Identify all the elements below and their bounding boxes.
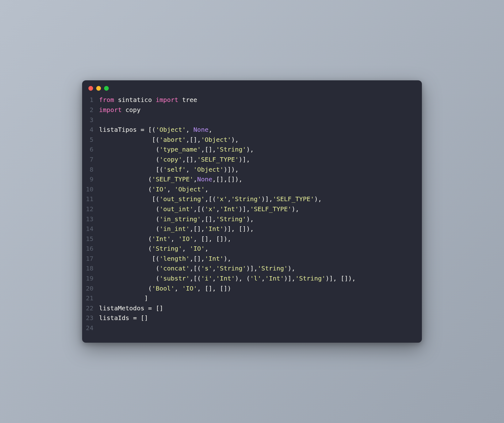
line-number: 4 [82,125,99,135]
code-content: ('out_int',[('x','Int')],'SELF_TYPE'), [99,204,299,214]
line-number: 6 [82,145,99,155]
code-content: [('self', 'Object')]), [99,165,239,175]
code-content: ('substr',[('i','Int'), ('l','Int')],'St… [99,274,356,284]
code-line: 13 ('in_string',[],'String'), [82,214,422,224]
code-content: ('concat',[('s','String')],'String'), [99,264,295,274]
line-number: 22 [82,303,99,313]
code-line: 3 [82,115,422,125]
code-content: ('in_string',[],'String'), [99,214,254,224]
code-line: 4listaTipos = [('Object', None, [82,125,422,135]
code-line: 9 ('SELF_TYPE',None,[],[]), [82,174,422,185]
code-content: [('length',[],'Int'), [99,254,231,264]
code-content: ('copy',[],'SELF_TYPE')], [99,155,250,165]
line-number: 9 [82,174,99,185]
code-line: 23listaIds = [] [82,313,422,323]
line-number: 13 [82,214,99,224]
code-line: 6 ('type_name',[],'String'), [82,145,422,155]
code-line: 22listaMetodos = [] [82,303,422,313]
line-number: 11 [82,194,99,204]
code-content [99,323,103,333]
line-number: 5 [82,135,99,145]
code-line: 7 ('copy',[],'SELF_TYPE')], [82,155,422,165]
line-number: 15 [82,234,99,244]
code-line: 24 [82,323,422,333]
code-window: 1from sintatico import tree2import copy3… [82,80,422,342]
code-content: listaMetodos = [] [99,303,163,313]
code-editor[interactable]: 1from sintatico import tree2import copy3… [82,93,422,336]
code-line: 21 ] [82,293,422,303]
code-content: ('IO', 'Object', [99,185,208,195]
code-line: 20 ('Bool', 'IO', [], []) [82,284,422,294]
window-titlebar [82,80,422,93]
line-number: 17 [82,254,99,264]
line-number: 16 [82,244,99,254]
code-content: listaTipos = [('Object', None, [99,125,212,135]
line-number: 1 [82,95,99,105]
code-line: 17 [('length',[],'Int'), [82,254,422,264]
code-line: 18 ('concat',[('s','String')],'String'), [82,264,422,274]
code-content: ('Bool', 'IO', [], []) [99,284,231,294]
code-content: ('in_int',[],'Int')], []), [99,224,254,234]
code-content: ('String', 'IO', [99,244,208,254]
code-line: 2import copy [82,105,422,115]
minimize-icon[interactable] [96,86,101,91]
line-number: 2 [82,105,99,115]
code-line: 5 [('abort',[],'Object'), [82,135,422,145]
line-number: 18 [82,264,99,274]
code-line: 10 ('IO', 'Object', [82,185,422,195]
code-line: 8 [('self', 'Object')]), [82,165,422,175]
line-number: 24 [82,323,99,333]
code-line: 16 ('String', 'IO', [82,244,422,254]
line-number: 21 [82,293,99,303]
line-number: 3 [82,115,99,125]
code-line: 19 ('substr',[('i','Int'), ('l','Int')],… [82,274,422,284]
line-number: 7 [82,155,99,165]
code-content: ('Int', 'IO', [], []), [99,234,231,244]
code-line: 14 ('in_int',[],'Int')], []), [82,224,422,234]
line-number: 19 [82,274,99,284]
code-content: import copy [99,105,140,115]
code-content: ] [99,293,148,303]
line-number: 10 [82,185,99,195]
code-content: from sintatico import tree [99,95,197,105]
code-content: ('SELF_TYPE',None,[],[]), [99,174,243,185]
code-line: 11 [('out_string',[('x','String')],'SELF… [82,194,422,204]
code-line: 15 ('Int', 'IO', [], []), [82,234,422,244]
line-number: 14 [82,224,99,234]
code-line: 1from sintatico import tree [82,95,422,105]
zoom-icon[interactable] [104,86,109,91]
line-number: 23 [82,313,99,323]
line-number: 12 [82,204,99,214]
code-content: [('abort',[],'Object'), [99,135,239,145]
code-content [99,115,103,125]
close-icon[interactable] [88,86,93,91]
code-content: ('type_name',[],'String'), [99,145,254,155]
line-number: 20 [82,284,99,294]
code-content: [('out_string',[('x','String')],'SELF_TY… [99,194,322,204]
line-number: 8 [82,165,99,175]
code-line: 12 ('out_int',[('x','Int')],'SELF_TYPE')… [82,204,422,214]
code-content: listaIds = [] [99,313,148,323]
